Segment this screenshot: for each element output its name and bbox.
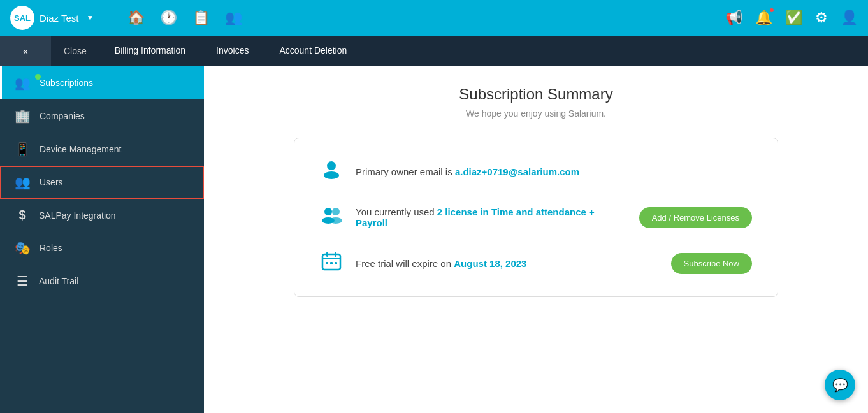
sidebar-label-subscriptions: Subscriptions bbox=[40, 78, 93, 88]
trial-row: Free trial will expire on August 18, 202… bbox=[320, 249, 752, 277]
trial-prefix: Free trial will expire on bbox=[356, 258, 454, 269]
roles-icon: 🎭 bbox=[15, 240, 31, 256]
trial-text: Free trial will expire on August 18, 202… bbox=[356, 258, 661, 269]
subscriptions-icon: 👥 bbox=[15, 75, 31, 91]
licenses-icon bbox=[320, 203, 345, 231]
svg-rect-10 bbox=[326, 262, 328, 264]
add-remove-licenses-button[interactable]: Add / Remove Licenses bbox=[639, 207, 752, 228]
brand-logo: SAL bbox=[10, 6, 34, 30]
collapse-icon: « bbox=[23, 46, 28, 56]
licenses-row: You currently used 2 license in Time and… bbox=[320, 203, 752, 231]
svg-point-0 bbox=[327, 161, 336, 170]
licenses-prefix: You currently used bbox=[356, 207, 437, 217]
sidebar-item-audit-trail[interactable]: ☰ Audit Trail bbox=[0, 264, 204, 298]
clock-icon[interactable]: 🕐 bbox=[160, 10, 177, 26]
sidebar-label-audit-trail: Audit Trail bbox=[39, 276, 78, 286]
sidebar-item-device-management[interactable]: 📱 Device Management bbox=[0, 133, 204, 166]
sidebar-item-subscriptions[interactable]: 👥 Subscriptions bbox=[0, 66, 204, 99]
main-content: Subscription Summary We hope you enjoy u… bbox=[204, 66, 868, 413]
sidebar-label-companies: Companies bbox=[40, 111, 85, 121]
svg-rect-12 bbox=[335, 262, 337, 264]
notification-wrapper[interactable]: 🔔 bbox=[755, 10, 772, 26]
sidebar-label-salpay: SALPay Integration bbox=[39, 210, 116, 221]
collapse-button[interactable]: « bbox=[0, 36, 51, 66]
main-layout: 👥 Subscriptions 🏢 Companies 📱 Device Man… bbox=[0, 66, 868, 413]
close-label[interactable]: Close bbox=[51, 46, 99, 56]
svg-rect-11 bbox=[330, 262, 333, 264]
sidebar-item-companies[interactable]: 🏢 Companies bbox=[0, 99, 204, 133]
secondary-nav: « Close Billing Information Invoices Acc… bbox=[0, 36, 868, 66]
companies-icon: 🏢 bbox=[15, 108, 31, 124]
page-subtitle: We hope you enjoy using Salarium. bbox=[229, 108, 843, 119]
chat-icon: 💬 bbox=[832, 377, 848, 393]
svg-point-5 bbox=[329, 217, 342, 224]
announce-icon[interactable]: 📢 bbox=[725, 10, 742, 26]
owner-email-icon bbox=[320, 157, 345, 185]
svg-rect-8 bbox=[326, 252, 328, 257]
sidebar: 👥 Subscriptions 🏢 Companies 📱 Device Man… bbox=[0, 66, 204, 413]
trial-date-link: August 18, 2023 bbox=[454, 258, 526, 269]
sidebar-label-roles: Roles bbox=[40, 243, 62, 253]
chat-bubble[interactable]: 💬 bbox=[825, 370, 855, 400]
brand-name: Diaz Test bbox=[40, 13, 78, 24]
notification-dot bbox=[769, 7, 775, 13]
svg-point-2 bbox=[324, 208, 332, 215]
brand-area[interactable]: SAL Diaz Test ▼ bbox=[10, 6, 94, 30]
nav-divider bbox=[117, 6, 117, 30]
brand-dropdown-icon[interactable]: ▼ bbox=[86, 13, 94, 22]
subscriptions-dot bbox=[35, 74, 41, 80]
svg-rect-7 bbox=[322, 258, 340, 259]
main-nav-icons: 🏠 🕐 📋 👥 bbox=[127, 10, 242, 26]
top-nav-right: 📢 🔔 ✅ ⚙ 👤 bbox=[725, 10, 858, 26]
user-profile-icon[interactable]: 👤 bbox=[841, 10, 858, 26]
sidebar-item-roles[interactable]: 🎭 Roles bbox=[0, 231, 204, 264]
sidebar-item-salpay[interactable]: $ SALPay Integration bbox=[0, 199, 204, 231]
tab-billing-information[interactable]: Billing Information bbox=[99, 36, 201, 66]
calendar-icon bbox=[320, 249, 345, 277]
subscription-info-card: Primary owner email is a.diaz+0719@salar… bbox=[294, 138, 778, 297]
top-nav: SAL Diaz Test ▼ 🏠 🕐 📋 👥 📢 🔔 ✅ ⚙ 👤 bbox=[0, 0, 868, 36]
svg-rect-9 bbox=[335, 252, 336, 257]
tab-account-deletion[interactable]: Account Deletion bbox=[264, 36, 362, 66]
svg-point-1 bbox=[324, 171, 339, 179]
salpay-icon: $ bbox=[15, 208, 30, 222]
owner-email-text: Primary owner email is a.diaz+0719@salar… bbox=[356, 166, 752, 177]
tab-invoices[interactable]: Invoices bbox=[201, 36, 264, 66]
sidebar-label-device-management: Device Management bbox=[40, 144, 121, 154]
check-circle-icon[interactable]: ✅ bbox=[785, 10, 802, 26]
document-icon[interactable]: 📋 bbox=[192, 10, 210, 26]
owner-email-link[interactable]: a.diaz+0719@salarium.com bbox=[455, 166, 579, 177]
home-icon[interactable]: 🏠 bbox=[127, 10, 145, 26]
licenses-text: You currently used 2 license in Time and… bbox=[356, 207, 629, 228]
svg-point-4 bbox=[332, 208, 340, 215]
users-icon: 👥 bbox=[15, 175, 31, 190]
owner-email-prefix: Primary owner email is bbox=[356, 166, 455, 177]
page-title: Subscription Summary bbox=[229, 85, 843, 103]
device-management-icon: 📱 bbox=[15, 141, 31, 157]
audit-trail-icon: ☰ bbox=[15, 273, 30, 289]
subscribe-now-button[interactable]: Subscribe Now bbox=[671, 253, 752, 274]
settings-icon[interactable]: ⚙ bbox=[815, 10, 828, 26]
sidebar-label-users: Users bbox=[40, 177, 63, 187]
users-nav-icon[interactable]: 👥 bbox=[225, 10, 242, 26]
sidebar-item-users[interactable]: 👥 Users bbox=[0, 166, 204, 199]
owner-email-row: Primary owner email is a.diaz+0719@salar… bbox=[320, 157, 752, 185]
